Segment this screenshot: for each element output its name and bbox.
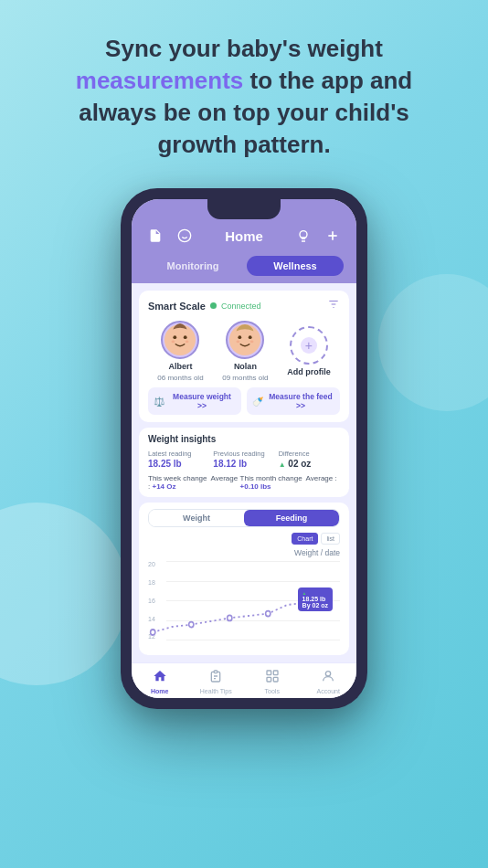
previous-label: Previous reading [213, 450, 274, 458]
nav-account-label: Account [317, 688, 340, 694]
profile-nolan[interactable]: Nolan 09 months old [222, 321, 268, 382]
lightbulb-icon[interactable] [292, 225, 314, 247]
chart-controls: Chart list [148, 533, 340, 545]
nav-home-label: Home [151, 688, 168, 694]
svg-point-30 [326, 672, 331, 676]
tabs-bar: Monitoring Wellness [132, 256, 356, 283]
phone-notch [207, 199, 281, 219]
latest-reading-item: Latest reading 18.25 lb [148, 450, 209, 469]
add-profile-label: Add profile [287, 367, 331, 376]
health-tips-nav-icon [208, 669, 223, 686]
chart-title: Weight / date [148, 548, 340, 557]
nolan-age: 09 months old [222, 374, 268, 382]
svg-point-21 [266, 611, 271, 617]
week-change: This week change Average : +14 Oz [148, 474, 240, 491]
svg-point-18 [151, 630, 155, 635]
svg-point-15 [249, 336, 252, 340]
tab-wellness[interactable]: Wellness [247, 256, 344, 276]
header-right-icons [292, 225, 344, 247]
smiley-icon[interactable] [174, 225, 196, 247]
albert-avatar [161, 321, 199, 359]
nolan-name: Nolan [234, 362, 257, 371]
svg-point-12 [186, 341, 189, 344]
home-nav-icon [153, 669, 167, 686]
difference-value: ▲ 02 oz [279, 459, 340, 469]
previous-value: 18.12 lb [213, 459, 274, 469]
nav-tools[interactable]: Tools [244, 669, 301, 694]
header-left-icons [144, 225, 196, 247]
plus-icon[interactable] [322, 225, 344, 247]
measure-feed-btn[interactable]: 🍼 Measure the feed >> [247, 387, 340, 415]
previous-reading-item: Previous reading 18.12 lb [213, 450, 274, 469]
svg-point-11 [172, 341, 175, 344]
svg-point-17 [250, 341, 254, 344]
svg-point-19 [189, 622, 194, 628]
albert-name: Albert [168, 362, 192, 371]
difference-item: Difference ▲ 02 oz [279, 450, 340, 469]
book-icon[interactable] [144, 225, 166, 247]
list-view-btn[interactable]: list [321, 533, 340, 545]
filter-icon[interactable] [327, 298, 340, 313]
svg-point-10 [184, 336, 187, 340]
chart-area: 20 18 16 14 12 [148, 561, 340, 649]
feeding-chart-tab[interactable]: Feeding [244, 510, 339, 526]
headline-text: Sync your baby's weight measurements to … [37, 33, 451, 161]
up-arrow-icon: ▲ [279, 460, 286, 469]
connected-dot [210, 302, 217, 309]
insights-card: Weight insights Latest reading 18.25 lb … [139, 428, 349, 497]
svg-rect-27 [273, 671, 278, 675]
add-circle-icon: + [301, 337, 317, 354]
chart-view-btn[interactable]: Chart [292, 533, 318, 545]
difference-label: Difference [279, 450, 340, 458]
data-tooltip: 18.25 lb By 02 oz [298, 587, 333, 611]
smart-scale-title: Smart Scale Connected [148, 301, 261, 312]
svg-point-16 [237, 341, 240, 344]
smart-scale-card: Smart Scale Connected [139, 291, 349, 422]
headline-section: Sync your baby's weight measurements to … [0, 0, 488, 179]
insights-grid: Latest reading 18.25 lb Previous reading… [148, 450, 340, 469]
weight-chart-tab[interactable]: Weight [149, 510, 244, 526]
profile-albert[interactable]: Albert 06 months old [157, 321, 203, 382]
svg-rect-28 [267, 678, 271, 683]
nav-account[interactable]: Account [301, 669, 357, 694]
svg-rect-26 [267, 671, 271, 675]
svg-point-8 [164, 324, 196, 355]
latest-value: 18.25 lb [148, 459, 209, 469]
action-buttons: ⚖️ Measure weight >> 🍼 Measure the feed … [148, 387, 340, 415]
latest-label: Latest reading [148, 450, 209, 458]
svg-point-14 [239, 336, 242, 340]
tab-monitoring[interactable]: Monitoring [144, 256, 241, 276]
svg-rect-29 [273, 678, 278, 683]
insights-row2: This week change Average : +14 Oz This m… [148, 474, 340, 491]
scale-icon: ⚖️ [154, 397, 164, 407]
phone-frame: Home Monitoring Wellness [121, 188, 367, 709]
svg-point-9 [174, 336, 177, 340]
svg-point-0 [178, 230, 190, 242]
chart-tabs: Weight Feeding [148, 509, 340, 527]
chart-section: Weight Feeding Chart list Weight / date … [139, 503, 349, 655]
albert-age: 06 months old [157, 374, 203, 382]
add-profile[interactable]: + Add profile [287, 326, 331, 376]
month-change: This month change Average : +0.10 lbs [240, 474, 340, 491]
main-content: Smart Scale Connected [132, 283, 356, 662]
phone-screen: Home Monitoring Wellness [132, 199, 356, 698]
account-nav-icon [321, 669, 335, 686]
bottom-nav: Home Health Tips Tools [132, 662, 356, 698]
measure-weight-btn[interactable]: ⚖️ Measure weight >> [148, 387, 241, 415]
nolan-avatar [226, 321, 264, 359]
profiles-row: Albert 06 months old [148, 321, 340, 382]
nav-home[interactable]: Home [132, 669, 188, 694]
add-avatar: + [290, 326, 328, 365]
svg-point-20 [228, 616, 232, 621]
tools-nav-icon [265, 669, 280, 686]
insights-title: Weight insights [148, 434, 340, 444]
feed-icon: 🍼 [252, 397, 263, 407]
nav-tools-label: Tools [265, 688, 280, 694]
app-title: Home [225, 228, 263, 244]
smart-scale-header: Smart Scale Connected [148, 298, 340, 313]
nav-health-tips[interactable]: Health Tips [188, 669, 245, 694]
nav-health-label: Health Tips [200, 688, 232, 694]
phone-wrapper: Home Monitoring Wellness [0, 188, 488, 709]
